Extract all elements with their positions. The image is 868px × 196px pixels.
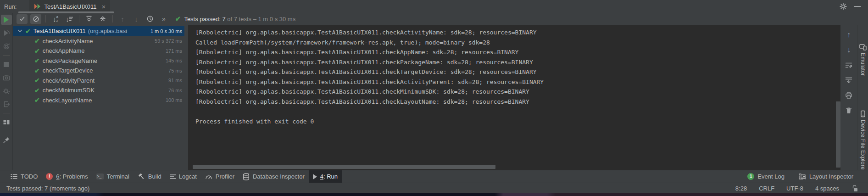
profiler-gauge-icon [205, 174, 212, 179]
run-label: Run: [4, 3, 17, 10]
summary-passed-text: Tests passed: 7 [184, 16, 225, 22]
show-ignored-toggle[interactable] [30, 14, 41, 24]
toolbar-divider [3, 131, 10, 131]
tab-todo[interactable]: TODO [6, 170, 42, 183]
test-runner-toolbar: ↓ az ↓ ↑ ↓ » [13, 13, 868, 25]
console-line: Called loadFromPath(/system/framework/fr… [195, 38, 840, 48]
horizontal-scrollbar[interactable] [193, 165, 495, 169]
test-history-icon[interactable] [145, 14, 156, 24]
settings-gear-icon[interactable] [840, 3, 847, 10]
tab-terminal[interactable]: >_ Terminal [92, 170, 134, 183]
previous-failed-test-icon[interactable]: ↑ [117, 14, 128, 24]
test-suite-row[interactable]: ✔ TestA1BasicUIX011 (org.aplas.basi 1 m … [13, 26, 184, 36]
down-the-stack-trace-icon[interactable]: ↓ [844, 45, 854, 55]
pin-tab-icon[interactable] [1, 135, 12, 145]
error-badge-icon: ! [46, 173, 53, 180]
event-count-badge: 1 [747, 173, 754, 180]
print-icon[interactable] [844, 91, 854, 100]
taskbar-sliver [0, 193, 868, 196]
test-row[interactable]: ✔ checkActivityName 59 s 372 ms [13, 36, 188, 46]
toolbar-divider [3, 113, 10, 113]
test-row[interactable]: ✔ checkPackageName 145 ms [13, 56, 188, 66]
todo-list-icon [11, 174, 17, 179]
console-line: [Robolectric] org.aplas.basicappx.TestA1… [195, 67, 840, 77]
android-test-config-icon [34, 3, 41, 10]
stop-button[interactable] [1, 59, 12, 69]
tab-selected-underline [18, 11, 114, 13]
rerun-failed-tests-button[interactable] [1, 28, 12, 38]
tab-problems[interactable]: ! 6: Problems [42, 170, 92, 183]
toolbar-divider [112, 15, 113, 22]
tab-build[interactable]: Build [134, 170, 166, 183]
test-run-summary: ✔ Tests passed: 7 of 7 tests – 1 m 0 s 3… [175, 15, 295, 23]
up-the-stack-trace-icon[interactable]: ↑ [844, 30, 854, 39]
restore-layout-icon[interactable] [1, 117, 12, 127]
close-tab-icon[interactable]: × [101, 3, 106, 11]
layout-inspector-button[interactable]: Layout Inspector [797, 170, 854, 183]
show-passed-toggle[interactable] [17, 14, 28, 24]
toggle-auto-test-icon[interactable] [1, 41, 12, 51]
console-line: [Robolectric] org.aplas.basicappx.TestA1… [195, 97, 840, 107]
rerun-tests-button[interactable] [1, 15, 12, 25]
test-row[interactable]: ✔ checkLayoutName 100 ms [13, 95, 188, 106]
event-log-button[interactable]: 1 Event Log [746, 170, 785, 183]
test-row[interactable]: ✔ checkActivityParent 91 ms [13, 76, 188, 86]
test-console-output[interactable]: [Robolectric] org.aplas.basicappx.TestA1… [188, 25, 840, 170]
test-passed-icon: ✔ [34, 87, 40, 94]
toolbar-divider [45, 15, 46, 22]
console-line: Process finished with exit code 0 [195, 117, 840, 127]
emulator-stripe-button[interactable]: Emulator [859, 43, 867, 76]
indent-setting[interactable]: 4 spaces [815, 185, 839, 192]
layout-inspector-icon [798, 173, 806, 180]
device-file-explorer-stripe-button[interactable]: Device File Explorer [859, 110, 867, 172]
suite-name: TestA1BasicUIX011 [33, 28, 86, 34]
test-row[interactable]: ✔ checkAppName 171 ms [13, 46, 188, 56]
console-toolbar: ↑ ↓ [840, 25, 857, 170]
run-play-icon [313, 174, 317, 179]
console-line: [Robolectric] org.aplas.basicappx.TestA1… [195, 28, 840, 38]
vertical-scrollbar[interactable] [836, 101, 840, 168]
test-passed-icon: ✔ [34, 77, 40, 84]
file-encoding[interactable]: UTF-8 [786, 185, 803, 192]
toolbar-divider [3, 55, 10, 56]
test-passed-icon: ✔ [34, 96, 40, 104]
next-failed-test-icon[interactable]: ↓ [131, 14, 142, 24]
suite-duration: 1 m 0 s 30 ms [150, 28, 182, 34]
import-test-results-icon[interactable] [1, 99, 12, 109]
sort-alphabetically-icon[interactable]: ↓ az [50, 14, 61, 24]
expand-all-icon[interactable] [83, 14, 95, 24]
console-line: [Robolectric] org.aplas.basicappx.TestA1… [195, 77, 840, 87]
line-separator[interactable]: CRLF [759, 185, 774, 192]
status-bar: Tests passed: 7 (moments ago) 8:28 CRLF … [0, 183, 868, 193]
run-configuration-tab[interactable]: TestA1BasicUIX011 × [29, 0, 110, 13]
soft-wrap-icon[interactable] [844, 61, 854, 70]
tab-logcat[interactable]: Logcat [166, 170, 201, 183]
sort-by-duration-icon[interactable]: ↓ [64, 14, 75, 24]
logcat-icon [170, 174, 176, 179]
more-actions-icon[interactable]: » [162, 15, 166, 22]
run-tab-title: TestA1BasicUIX011 [44, 3, 96, 10]
caret-position[interactable]: 8:28 [735, 185, 747, 192]
console-line: [Robolectric] org.aplas.basicappx.TestA1… [195, 47, 840, 57]
test-settings-icon[interactable] [1, 86, 12, 96]
tab-run[interactable]: 4: Run [309, 170, 342, 183]
chevron-down-icon[interactable] [17, 28, 22, 34]
terminal-icon: >_ [96, 174, 104, 179]
console-line [195, 106, 840, 117]
unlocked-padlock-icon[interactable] [851, 185, 858, 192]
test-row[interactable]: ✔ checkMinimumSDK 76 ms [13, 85, 188, 95]
collapse-all-icon[interactable] [97, 14, 108, 24]
test-passed-icon: ✔ [34, 57, 40, 64]
tab-database-inspector[interactable]: Database Inspector [239, 170, 309, 183]
test-row[interactable]: ✔ checkTargetDevice 75 ms [13, 66, 188, 76]
scroll-to-end-icon[interactable] [844, 76, 854, 85]
tab-profiler[interactable]: Profiler [201, 170, 239, 183]
test-passed-icon: ✔ [34, 67, 40, 74]
suite-package: (org.aplas.basi [88, 28, 127, 34]
clear-all-trash-icon[interactable] [844, 106, 854, 115]
hide-tool-window-icon[interactable] [854, 6, 861, 7]
camera-snapshot-icon[interactable] [1, 73, 12, 83]
run-left-toolbar [0, 13, 13, 170]
test-passed-icon: ✔ [25, 28, 31, 35]
tests-passed-check-icon: ✔ [175, 15, 181, 23]
